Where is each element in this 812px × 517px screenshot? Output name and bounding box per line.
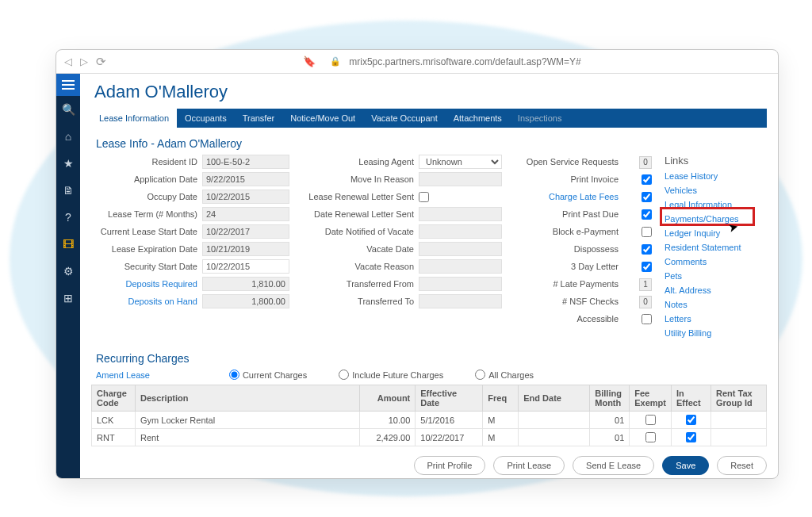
checkbox-renewal-letter-sent[interactable] <box>419 192 429 202</box>
checkbox-in-effect[interactable] <box>686 432 696 442</box>
radio-all-charges[interactable]: All Charges <box>475 370 534 380</box>
home-icon[interactable]: ⌂ <box>56 123 80 150</box>
label-current-lease-start: Current Lease Start Date <box>91 227 202 236</box>
checkbox-accessible[interactable] <box>642 314 652 324</box>
input-occupy-date[interactable] <box>202 190 289 204</box>
input-vacate-date[interactable] <box>419 242 502 256</box>
link-deposits-required[interactable]: Deposits Required <box>91 279 202 289</box>
print-profile-button[interactable]: Print Profile <box>414 456 486 475</box>
link-pets[interactable]: Pets <box>665 271 767 281</box>
label-renewal-letter-sent: Lease Renewal Letter Sent <box>300 192 419 201</box>
menu-icon[interactable] <box>56 74 80 96</box>
value-late-payments: 1 <box>639 278 652 291</box>
label-dispossess: Dispossess <box>512 244 623 254</box>
col-description: Description <box>136 385 360 412</box>
input-current-lease-start[interactable] <box>202 224 289 239</box>
link-notes[interactable]: Notes <box>665 300 767 309</box>
page-title: Adam O'Malleroy <box>94 82 767 102</box>
link-lease-history[interactable]: Lease History <box>665 171 767 181</box>
link-comments[interactable]: Comments <box>665 257 767 266</box>
link-legal-information[interactable]: Legal Information <box>665 200 767 209</box>
tab-attachments[interactable]: Attachments <box>446 109 510 128</box>
checkbox-in-effect[interactable] <box>686 415 696 425</box>
input-date-notified-vacate[interactable] <box>419 224 502 239</box>
input-resident-id[interactable] <box>202 155 289 169</box>
input-application-date[interactable] <box>202 172 289 186</box>
checkbox-fee-exempt[interactable] <box>645 415 656 425</box>
label-block-epayment: Block e-Payment <box>512 227 623 236</box>
link-ledger-inquiry[interactable]: Ledger Inquiry <box>665 228 767 238</box>
cell-desc: Gym Locker Rental <box>136 412 360 429</box>
checkbox-dispossess[interactable] <box>642 244 652 255</box>
cell-eff: 5/1/2016 <box>416 412 483 429</box>
gear-icon[interactable]: ⚙ <box>56 258 80 285</box>
search-icon[interactable]: 🔍 <box>56 96 80 123</box>
recurring-charges-heading: Recurring Charges <box>96 352 767 365</box>
value-nsf-checks: 0 <box>639 296 652 308</box>
link-resident-statement[interactable]: Resident Statement <box>665 243 767 252</box>
cell-amount: 2,429.00 <box>360 429 416 446</box>
grid-icon[interactable]: ⊞ <box>56 285 80 312</box>
input-security-start[interactable] <box>202 259 289 274</box>
input-move-in-reason[interactable] <box>419 172 502 186</box>
input-transferred-to[interactable] <box>419 294 502 308</box>
send-e-lease-button[interactable]: Send E Lease <box>573 456 654 475</box>
forward-icon[interactable]: ▷ <box>80 56 88 67</box>
save-button[interactable]: Save <box>662 456 709 475</box>
film-icon[interactable]: 🎞 <box>56 231 80 258</box>
checkbox-3-day-letter[interactable] <box>642 262 652 272</box>
link-payments-charges[interactable]: Payments/Charges <box>665 214 767 224</box>
cell-end <box>519 429 590 446</box>
print-lease-button[interactable]: Print Lease <box>493 456 565 475</box>
checkbox-print-invoice[interactable] <box>642 174 652 185</box>
checkbox-fee-exempt[interactable] <box>645 432 656 442</box>
input-lease-expiration[interactable] <box>202 242 289 256</box>
tab-notice-move-out[interactable]: Notice/Move Out <box>282 109 363 128</box>
links-panel: Links Lease History Vehicles Legal Infor… <box>665 155 767 343</box>
cell-code: RNT <box>92 429 136 446</box>
link-alt-address[interactable]: Alt. Address <box>665 285 767 295</box>
help-icon[interactable]: ? <box>56 204 80 231</box>
radio-current-charges[interactable]: Current Charges <box>229 370 307 380</box>
checkbox-print-past-due[interactable] <box>642 209 652 220</box>
cell-rtg <box>711 412 767 429</box>
label-vacate-reason: Vacate Reason <box>300 262 419 271</box>
cell-eff: 10/22/2017 <box>416 429 483 446</box>
input-date-renewal-letter-sent[interactable] <box>419 207 502 221</box>
checkbox-block-epayment[interactable] <box>642 227 652 237</box>
link-amend-lease[interactable]: Amend Lease <box>96 370 150 380</box>
value-open-service-requests: 0 <box>639 156 652 169</box>
browser-window: ◁ ▷ ⟳ 🔖 🔒 mrix5pc.partners.mrisoftware.c… <box>56 49 779 479</box>
browser-toolbar: ◁ ▷ ⟳ 🔖 🔒 mrix5pc.partners.mrisoftware.c… <box>56 50 778 74</box>
tab-occupants[interactable]: Occupants <box>177 109 235 128</box>
bookmark-icon[interactable]: 🔖 <box>303 56 316 67</box>
input-vacate-reason[interactable] <box>419 259 502 274</box>
table-row[interactable]: LCK Gym Locker Rental 10.00 5/1/2016 M 0… <box>92 412 767 429</box>
table-row[interactable]: RNT Rent 2,429.00 10/22/2017 M 01 <box>92 429 767 446</box>
lease-info-col-c: Open Service Requests0 Print Invoice Cha… <box>512 155 655 343</box>
cell-code: LCK <box>92 412 136 429</box>
select-leasing-agent[interactable]: Unknown <box>419 155 502 169</box>
reload-icon[interactable]: ⟳ <box>96 55 106 69</box>
star-icon[interactable]: ★ <box>56 150 80 177</box>
back-icon[interactable]: ◁ <box>64 56 72 67</box>
label-open-service-requests: Open Service Requests <box>512 157 623 167</box>
tab-transfer[interactable]: Transfer <box>235 109 283 128</box>
link-vehicles[interactable]: Vehicles <box>665 186 767 195</box>
tab-lease-information[interactable]: Lease Information <box>91 109 177 128</box>
document-icon[interactable]: 🗎 <box>56 177 80 204</box>
checkbox-charge-late-fees[interactable] <box>642 192 652 202</box>
tab-vacate-occupant[interactable]: Vacate Occupant <box>363 109 446 128</box>
label-print-invoice: Print Invoice <box>512 174 623 184</box>
link-utility-billing[interactable]: Utility Billing <box>665 328 767 338</box>
label-leasing-agent: Leasing Agent <box>300 157 419 167</box>
reset-button[interactable]: Reset <box>717 456 767 475</box>
link-deposits-on-hand[interactable]: Deposits on Hand <box>91 297 202 306</box>
link-charge-late-fees[interactable]: Charge Late Fees <box>512 192 623 201</box>
link-letters[interactable]: Letters <box>665 314 767 324</box>
links-heading: Links <box>665 155 767 167</box>
radio-include-future[interactable]: Include Future Charges <box>339 370 443 380</box>
label-resident-id: Resident ID <box>91 157 202 167</box>
input-lease-term[interactable] <box>202 207 289 221</box>
input-transferred-from[interactable] <box>419 277 502 291</box>
